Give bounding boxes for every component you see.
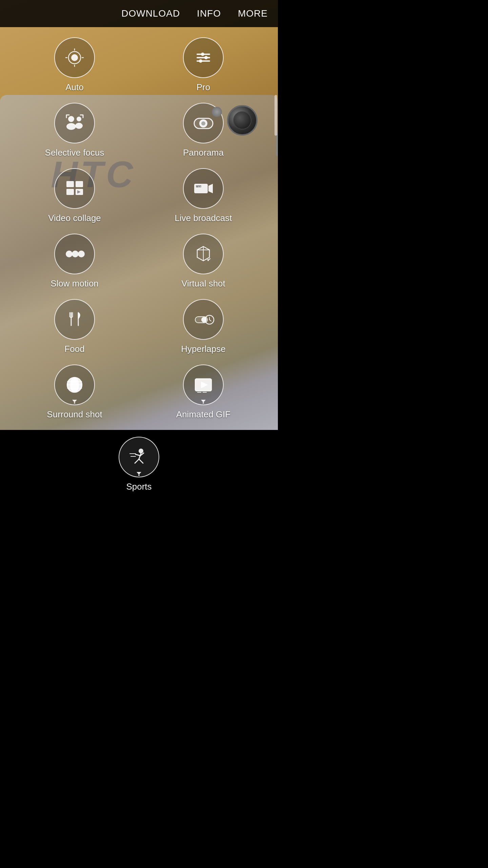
mode-hyperlapse-circle (183, 299, 224, 340)
modes-row-0: Auto Pro (0, 37, 278, 93)
svg-line-61 (139, 459, 143, 463)
mode-auto-label: Auto (65, 82, 84, 93)
mode-slow-motion-label: Slow motion (50, 278, 99, 289)
mode-food-label: Food (64, 344, 84, 354)
mode-surround-shot[interactable]: Surround shot (10, 364, 139, 420)
top-bar: DOWNLOAD INFO MORE (0, 0, 278, 27)
mode-sports-label: Sports (126, 481, 151, 492)
svg-point-13 (66, 123, 76, 130)
svg-marker-56 (201, 400, 206, 402)
svg-rect-21 (66, 189, 74, 195)
mode-video-collage-circle (54, 168, 95, 209)
svg-point-15 (75, 123, 83, 129)
svg-point-1 (71, 54, 78, 61)
mode-auto-circle (54, 37, 95, 78)
mode-video-collage-label: Video collage (48, 213, 101, 223)
modes-row-5: Surround shot Animated GIF (0, 364, 278, 420)
mode-hyperlapse[interactable]: Hyperlapse (139, 299, 268, 354)
svg-point-18 (201, 121, 205, 125)
svg-point-12 (68, 116, 74, 122)
mode-surround-shot-circle (54, 364, 95, 405)
mode-live-broadcast-circle: LIVE (183, 168, 224, 209)
mode-selective-focus-label: Selective focus (45, 147, 104, 158)
svg-rect-19 (66, 181, 74, 187)
mode-pro[interactable]: Pro (139, 37, 268, 93)
mode-auto[interactable]: Auto (10, 37, 139, 93)
svg-rect-8 (197, 60, 210, 62)
sports-download-badge (136, 471, 142, 477)
download-button[interactable]: DOWNLOAD (121, 8, 180, 19)
mode-selective-focus[interactable]: Selective focus (10, 103, 139, 158)
svg-point-30 (78, 251, 85, 257)
svg-rect-57 (203, 402, 204, 403)
svg-line-62 (136, 454, 140, 456)
svg-line-59 (139, 453, 141, 459)
svg-point-58 (139, 449, 143, 453)
mode-live-broadcast-label: Live broadcast (175, 213, 232, 223)
mode-food-circle (54, 299, 95, 340)
bottom-section: Sports (0, 430, 278, 494)
svg-point-14 (77, 117, 81, 121)
mode-sports[interactable]: Sports (75, 437, 203, 492)
content-area: Auto Pro (0, 27, 278, 494)
mode-animated-gif-label: Animated GIF (176, 409, 230, 420)
svg-line-44 (209, 320, 211, 321)
mode-slow-motion-circle (54, 234, 95, 274)
mode-virtual-shot[interactable]: Virtual shot (139, 234, 268, 289)
mode-pro-circle (183, 37, 224, 78)
mode-surround-shot-label: Surround shot (47, 409, 102, 420)
mode-animated-gif-circle (183, 364, 224, 405)
camera-flash (212, 107, 222, 117)
mode-selective-focus-circle (54, 103, 95, 143)
svg-text:LIVE: LIVE (196, 185, 202, 189)
svg-point-10 (204, 56, 208, 59)
camera-lens (227, 105, 258, 136)
mode-pro-label: Pro (197, 82, 210, 93)
svg-rect-20 (76, 181, 83, 187)
mode-panorama-label: Panorama (183, 147, 224, 158)
scrollbar-thumb[interactable] (274, 95, 277, 136)
modes-row-4: Food Hyperlapse (0, 299, 278, 354)
mode-live-broadcast[interactable]: LIVE Live broadcast (139, 168, 268, 223)
svg-line-60 (135, 459, 139, 463)
modes-row-3: Slow motion Virtual shot (0, 234, 278, 289)
svg-point-28 (66, 251, 73, 257)
mode-food[interactable]: Food (10, 299, 139, 354)
info-button[interactable]: INFO (197, 8, 221, 19)
svg-rect-51 (74, 402, 75, 403)
mode-sports-circle (119, 437, 159, 477)
svg-marker-66 (137, 472, 141, 475)
mode-animated-gif[interactable]: Animated GIF (139, 364, 268, 420)
mode-virtual-shot-circle (183, 234, 224, 274)
svg-rect-7 (197, 57, 210, 58)
modes-grid: Auto Pro (0, 27, 278, 430)
svg-point-11 (199, 59, 202, 63)
animated-gif-download-badge (200, 398, 207, 405)
surround-download-badge (71, 398, 78, 405)
modes-row-2: Video collage LIVE Live broadcast (0, 168, 278, 223)
svg-marker-50 (72, 400, 77, 402)
svg-rect-67 (138, 475, 140, 476)
svg-marker-25 (208, 184, 213, 193)
mode-hyperlapse-label: Hyperlapse (181, 344, 226, 354)
more-button[interactable]: MORE (238, 8, 268, 19)
svg-point-9 (201, 53, 204, 56)
svg-point-29 (72, 251, 79, 257)
mode-video-collage[interactable]: Video collage (10, 168, 139, 223)
mode-virtual-shot-label: Virtual shot (181, 278, 225, 289)
mode-slow-motion[interactable]: Slow motion (10, 234, 139, 289)
scrollbar[interactable] (272, 27, 278, 494)
